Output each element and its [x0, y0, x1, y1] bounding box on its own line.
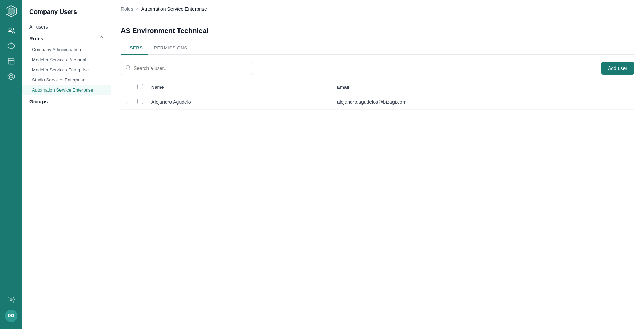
- user-email: alejandro.agudelos@bizagi.com: [333, 94, 634, 110]
- col-name: Name: [147, 80, 333, 94]
- settings-icon[interactable]: [4, 293, 18, 307]
- nav-modeler-icon[interactable]: [4, 54, 18, 68]
- sidebar-role-modeler-personal[interactable]: Modeler Services Personal: [22, 55, 111, 65]
- svg-point-2: [9, 28, 11, 30]
- user-name: Alejandro Agudelo: [147, 94, 333, 110]
- sidebar: Company Users All users Roles ⌃ Company …: [22, 0, 111, 329]
- svg-marker-6: [9, 75, 13, 78]
- breadcrumb-current: Automation Service Enterprise: [141, 6, 207, 12]
- toolbar: Add user: [121, 62, 634, 75]
- table-row: ⌄ Alejandro Agudelo alejandro.agudelos@b…: [121, 94, 634, 110]
- user-avatar[interactable]: DG: [5, 310, 17, 322]
- chevron-up-icon: ⌃: [99, 35, 104, 42]
- search-input[interactable]: [134, 65, 248, 71]
- svg-marker-3: [8, 43, 14, 49]
- add-user-button[interactable]: Add user: [601, 62, 634, 75]
- row-expand-button[interactable]: ⌄: [125, 99, 129, 105]
- breadcrumb-roles-link[interactable]: Roles: [121, 6, 133, 12]
- sidebar-role-studio-enterprise[interactable]: Studio Services Enterprise: [22, 75, 111, 85]
- sidebar-groups-header[interactable]: Groups: [22, 95, 111, 108]
- sidebar-role-company-admin[interactable]: Company Administration: [22, 45, 111, 55]
- app-logo[interactable]: [4, 4, 18, 18]
- svg-marker-1: [8, 8, 14, 15]
- row-checkbox[interactable]: [137, 99, 143, 104]
- sidebar-role-modeler-enterprise[interactable]: Modeler Services Enterprise: [22, 65, 111, 75]
- rail-bottom: DG: [4, 293, 18, 325]
- sidebar-role-automation-enterprise[interactable]: Automation Service Enterprise: [22, 85, 111, 95]
- svg-point-7: [10, 299, 12, 301]
- tab-users[interactable]: USERS: [121, 42, 148, 55]
- col-email: Email: [333, 80, 634, 94]
- main-content: Roles > Automation Service Enterprise AS…: [111, 0, 644, 329]
- sidebar-roles-label: Roles: [29, 36, 43, 41]
- svg-marker-5: [8, 73, 14, 80]
- select-all-checkbox[interactable]: [137, 84, 143, 89]
- expand-col-header: [121, 80, 133, 94]
- icon-rail: DG: [0, 0, 22, 329]
- nav-automation-icon[interactable]: [4, 70, 18, 84]
- breadcrumb-separator: >: [136, 7, 138, 11]
- tab-permissions[interactable]: PERMISSIONS: [148, 42, 193, 55]
- checkbox-col-header: [133, 80, 147, 94]
- nav-process-icon[interactable]: [4, 39, 18, 53]
- sidebar-roles-header[interactable]: Roles ⌃: [22, 32, 111, 45]
- sidebar-title: Company Users: [22, 6, 111, 21]
- svg-rect-4: [8, 58, 14, 64]
- svg-point-8: [126, 65, 130, 69]
- sidebar-all-users[interactable]: All users: [22, 21, 111, 32]
- page-body: AS Environment Technical USERS PERMISSIO…: [111, 18, 644, 329]
- users-table: Name Email ⌄ Alejandro Agudelo alejandro…: [121, 80, 634, 110]
- search-icon: [125, 65, 131, 72]
- nav-users-icon[interactable]: [4, 24, 18, 38]
- search-box[interactable]: [121, 62, 253, 75]
- tabs: USERS PERMISSIONS: [121, 42, 634, 55]
- breadcrumb: Roles > Automation Service Enterprise: [111, 0, 644, 18]
- page-title: AS Environment Technical: [121, 27, 634, 35]
